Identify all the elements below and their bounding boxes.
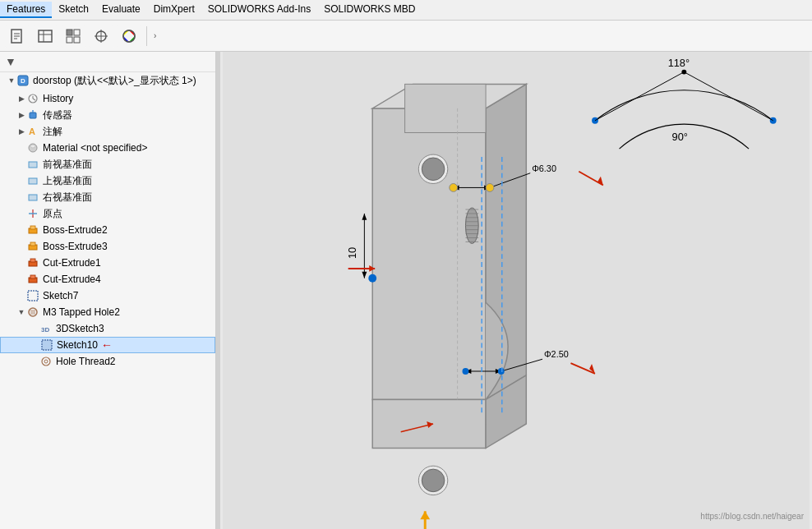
tree-item-cut1[interactable]: Cut-Extrude1	[0, 255, 215, 271]
tree-item-front-plane[interactable]: 前视基准面	[0, 156, 215, 172]
svg-rect-45	[42, 340, 52, 350]
3dsketch3-label: 3DSketch3	[56, 323, 104, 334]
svg-text:118°: 118°	[668, 57, 690, 69]
toolbar: ›	[0, 21, 812, 52]
sketch10-label: Sketch10	[57, 339, 98, 351]
svg-rect-28	[29, 195, 37, 200]
canvas-area: 118° 90° Φ6.30	[220, 52, 812, 529]
svg-rect-32	[30, 226, 35, 229]
toolbar-more[interactable]: ›	[154, 31, 156, 40]
right-plane-icon	[26, 191, 39, 204]
tree-item-top-plane[interactable]: 上视基准面	[0, 172, 215, 189]
sketch7-icon	[26, 289, 39, 302]
tree-item-3dsketch3[interactable]: 3D 3DSketch3	[0, 320, 215, 337]
tree-item-material[interactable]: Material <not specified>	[0, 140, 215, 156]
tree-item-sketch10[interactable]: Sketch10 ←	[0, 337, 215, 353]
svg-text:90°: 90°	[672, 131, 688, 143]
holethread2-label: Hole Thread2	[56, 356, 116, 367]
tree-root[interactable]: ▼ D doorstop (默认<<默认>_显示状态 1>)	[0, 72, 215, 89]
top-plane-expand-placeholder	[16, 176, 26, 186]
table-icon	[37, 28, 53, 44]
tree-item-m3tapped[interactable]: ▼ M3 Tapped Hole2	[0, 304, 215, 320]
svg-point-70	[592, 117, 598, 124]
menu-sketch[interactable]: Sketch	[52, 2, 95, 18]
svg-rect-38	[30, 275, 35, 278]
root-icon: D	[16, 74, 30, 87]
m3tapped-icon	[26, 306, 39, 319]
svg-point-46	[42, 357, 50, 366]
right-plane-expand-placeholder	[16, 192, 26, 202]
tree-item-origin[interactable]: 原点	[0, 205, 215, 222]
top-plane-icon	[26, 174, 39, 187]
material-label: Material <not specified>	[43, 142, 147, 154]
toolbar-separator	[146, 26, 147, 46]
tree-item-history[interactable]: ▶ History	[0, 90, 215, 107]
filter-icon[interactable]: ▼	[5, 55, 16, 68]
svg-rect-34	[30, 242, 35, 246]
cut1-label: Cut-Extrude1	[43, 257, 101, 269]
svg-rect-49	[372, 108, 486, 400]
svg-point-90	[498, 368, 505, 375]
cut4-icon	[26, 273, 39, 286]
holethread2-expand-placeholder	[30, 356, 39, 366]
origin-icon	[26, 207, 39, 220]
svg-point-15	[123, 30, 135, 42]
annotation-expand-icon: ▶	[16, 126, 26, 136]
grid-icon	[65, 28, 81, 44]
new-button[interactable]	[5, 25, 30, 48]
svg-rect-39	[28, 291, 38, 301]
cut1-icon	[26, 256, 39, 269]
boss3-label: Boss-Extrude3	[43, 241, 108, 252]
tree-item-holethread2[interactable]: Hole Thread2	[0, 353, 215, 370]
svg-point-83	[486, 184, 494, 192]
tree-item-right-plane[interactable]: 右视基准面	[0, 189, 215, 205]
sensor-expand-icon: ▶	[16, 110, 26, 120]
menu-mbd[interactable]: SOLIDWORKS MBD	[317, 2, 422, 18]
crosshair-button[interactable]	[89, 25, 113, 48]
tree-item-boss2[interactable]: Boss-Extrude2	[0, 222, 215, 238]
menu-dimxpert[interactable]: DimXpert	[147, 2, 201, 18]
svg-point-89	[463, 368, 469, 375]
3dsketch3-expand-placeholder	[30, 324, 39, 334]
history-expand-icon: ▶	[16, 94, 26, 104]
origin-expand-placeholder	[16, 209, 26, 218]
tree-item-sketch7[interactable]: Sketch7	[0, 288, 215, 304]
cad-canvas: 118° 90° Φ6.30	[220, 52, 812, 529]
new-icon	[9, 28, 25, 44]
tree-item-sensor[interactable]: ▶ 传感器	[0, 107, 215, 123]
color-button[interactable]	[117, 25, 141, 48]
crosshair-icon	[93, 28, 109, 44]
front-plane-icon	[26, 158, 39, 171]
grid-button[interactable]	[61, 25, 85, 48]
svg-point-82	[450, 184, 458, 192]
color-icon	[121, 28, 137, 44]
tree-item-cut4[interactable]: Cut-Extrude4	[0, 271, 215, 288]
sketch10-icon	[40, 338, 53, 352]
svg-line-20	[33, 99, 35, 100]
front-plane-label: 前视基准面	[43, 158, 92, 172]
tree-item-annotation[interactable]: ▶ A 注解	[0, 123, 215, 140]
boss2-icon	[26, 223, 39, 237]
svg-rect-8	[74, 30, 80, 35]
part-body	[372, 84, 526, 494]
material-icon	[26, 141, 39, 154]
svg-point-47	[44, 360, 48, 363]
material-expand-placeholder	[16, 143, 26, 153]
svg-rect-21	[30, 113, 36, 118]
svg-text:3D: 3D	[41, 326, 49, 334]
root-expand-icon: ▼	[7, 76, 16, 85]
annotation-label: 注解	[43, 125, 62, 139]
menu-features[interactable]: Features	[0, 2, 52, 18]
boss2-expand-placeholder	[16, 225, 26, 235]
filter-row: ▼	[0, 52, 215, 72]
svg-point-95	[368, 274, 376, 283]
left-panel: ▼ ▼ D doorstop (默认<<默认>_显示状态 1>) ▶	[0, 52, 216, 529]
boss3-icon	[26, 240, 39, 253]
tree-item-boss3[interactable]: Boss-Extrude3	[0, 238, 215, 255]
table-button[interactable]	[33, 25, 58, 48]
watermark: https://blog.csdn.net/haigear	[700, 512, 804, 521]
menu-addins[interactable]: SOLIDWORKS Add-Ins	[201, 2, 317, 18]
sketch7-label: Sketch7	[43, 290, 78, 301]
menu-bar: Features Sketch Evaluate DimXpert SOLIDW…	[0, 0, 812, 21]
menu-evaluate[interactable]: Evaluate	[95, 2, 147, 18]
